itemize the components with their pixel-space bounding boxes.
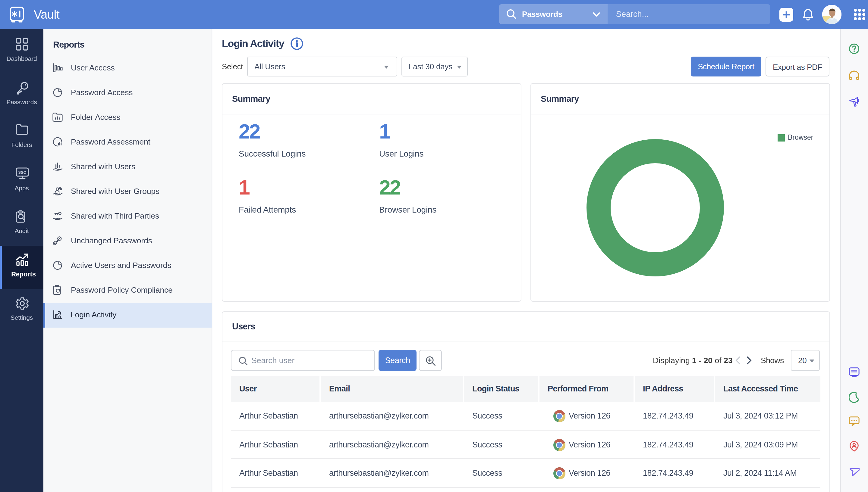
svg-text:SSO: SSO (18, 170, 26, 175)
